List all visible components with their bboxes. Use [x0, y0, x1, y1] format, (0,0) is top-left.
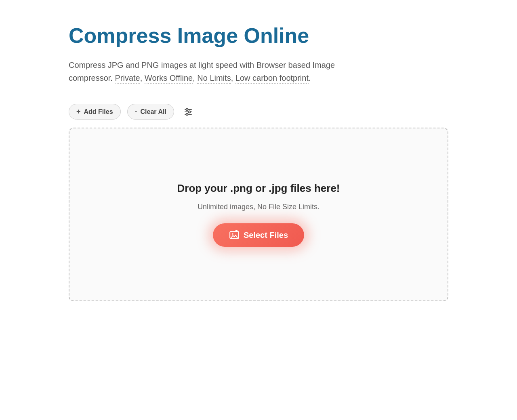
- drop-zone-subtitle: Unlimited images, No File Size Limits.: [198, 203, 319, 211]
- clear-icon: -: [135, 107, 137, 116]
- drop-zone[interactable]: Drop your .png or .jpg files here! Unlim…: [69, 128, 448, 301]
- description-highlight-limits: No Limits: [197, 74, 231, 84]
- svg-point-3: [186, 108, 188, 110]
- description-highlight-offline: Works Offline: [145, 74, 193, 84]
- page-description: Compress JPG and PNG images at light spe…: [69, 59, 376, 84]
- svg-point-4: [188, 111, 190, 113]
- select-files-button[interactable]: Select Files: [213, 223, 304, 247]
- clear-all-label: Clear All: [141, 108, 166, 116]
- description-highlight-private: Private: [115, 74, 140, 84]
- add-files-label: Add Files: [84, 108, 113, 116]
- page-title: Compress Image Online: [69, 24, 448, 47]
- drop-zone-title: Drop your .png or .jpg files here!: [177, 182, 340, 195]
- description-period: .: [309, 74, 311, 82]
- description-highlight-carbon: Low carbon footprint: [235, 74, 309, 84]
- select-files-label: Select Files: [244, 231, 288, 240]
- clear-all-button[interactable]: - Clear All: [127, 104, 174, 120]
- upload-image-icon: [229, 230, 240, 240]
- svg-point-5: [186, 113, 188, 115]
- add-files-button[interactable]: + Add Files: [69, 104, 121, 120]
- settings-icon: [183, 107, 193, 117]
- page-container: Compress Image Online Compress JPG and P…: [36, 0, 481, 326]
- toolbar: + Add Files - Clear All: [69, 104, 448, 120]
- settings-button[interactable]: [181, 104, 196, 120]
- add-icon: +: [76, 107, 81, 116]
- svg-point-7: [232, 233, 233, 235]
